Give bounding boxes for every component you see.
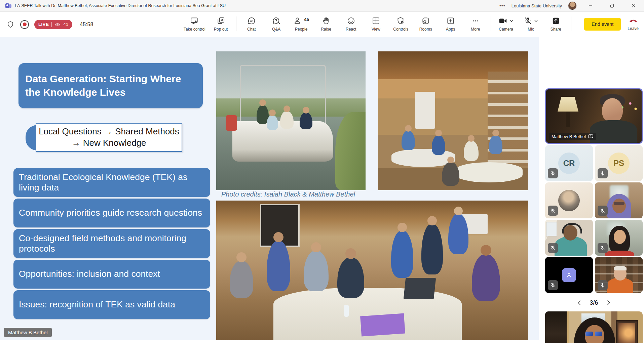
muted-mic-icon: [598, 206, 608, 216]
raise-hand-icon: [322, 16, 331, 25]
active-speaker-tile[interactable]: Matthew B Bethel: [545, 88, 643, 144]
slide-bullet-1: Traditional Ecological Knowledge (TEK) a…: [13, 168, 210, 197]
end-event-button[interactable]: End event: [584, 18, 621, 31]
muted-mic-icon: [548, 168, 558, 178]
maximize-button[interactable]: [604, 0, 620, 11]
avatar-initials: PS: [608, 153, 630, 174]
take-control-icon: [190, 16, 199, 25]
minimize-button[interactable]: [583, 0, 598, 11]
chat-icon: [247, 16, 256, 25]
controls-icon: [396, 16, 405, 25]
mic-chevron-icon[interactable]: [534, 18, 538, 23]
slide-photo-boat-fieldwork: [216, 51, 366, 190]
spotlight-icon: [588, 134, 593, 139]
avatar: [558, 190, 580, 211]
self-view-tile[interactable]: [545, 311, 643, 343]
live-label: LIVE: [38, 22, 49, 27]
window-title: LA-SEER Talk with Dr. Matthew Bethel, As…: [15, 3, 226, 8]
participant-tile-ps[interactable]: PS: [595, 145, 643, 181]
avatar-initials: CR: [558, 153, 580, 174]
leave-button[interactable]: Leave: [626, 13, 641, 34]
slide-bullet-3: Co-designed field methods and monitoring…: [13, 229, 210, 258]
meeting-timer: 45:58: [80, 22, 93, 28]
muted-mic-icon: [598, 168, 608, 178]
participant-tile-cr[interactable]: CR: [545, 145, 593, 181]
slide-photo-workshop-group: [216, 201, 528, 340]
view-button[interactable]: View: [364, 13, 388, 34]
participant-tile-video-3[interactable]: [595, 220, 643, 256]
meeting-stage: Data Generation: Starting Where the Know…: [0, 37, 644, 343]
muted-mic-icon: [598, 280, 608, 290]
teams-window: LA-SEER Talk with Dr. Matthew Bethel, As…: [0, 0, 644, 343]
meeting-toolbar: LIVE 41 45:58 Take control Pop out Chat: [0, 12, 644, 37]
react-button[interactable]: React: [339, 13, 364, 34]
leave-phone-icon: [628, 16, 638, 25]
avatar-placeholder-icon: [562, 268, 576, 282]
chat-button[interactable]: Chat: [239, 13, 264, 34]
take-control-button[interactable]: Take control: [181, 13, 209, 34]
titlebar-more-icon[interactable]: •••: [499, 3, 505, 8]
muted-mic-icon: [548, 206, 558, 216]
slide-bullet-2: Community priorities guide research ques…: [13, 199, 210, 227]
org-name: Louisiana State University: [512, 3, 562, 8]
raise-hand-button[interactable]: Raise: [314, 13, 339, 34]
people-count-badge: 45: [304, 17, 309, 22]
photo-credit-text: Photo credits: Isaiah Black & Matthew Be…: [221, 190, 355, 198]
mic-muted-icon: [524, 16, 532, 25]
controls-button[interactable]: Controls: [388, 13, 413, 34]
shield-icon[interactable]: [6, 20, 15, 29]
apps-button[interactable]: Apps: [438, 13, 463, 34]
more-icon: [471, 16, 480, 25]
viewer-count: 41: [63, 22, 68, 27]
participant-tile-video-2[interactable]: [545, 220, 593, 256]
recording-indicator-icon: [20, 20, 29, 29]
muted-mic-icon: [548, 243, 558, 253]
pop-out-icon: [217, 16, 225, 25]
pop-out-button[interactable]: Pop out: [209, 13, 233, 34]
react-icon: [347, 16, 355, 25]
viewers-eye-icon: [54, 22, 61, 27]
participant-tile-video-4[interactable]: [595, 257, 643, 293]
page-indicator: 3/6: [590, 299, 598, 306]
camera-button[interactable]: Camera: [494, 13, 519, 34]
people-icon: [293, 16, 302, 25]
profile-avatar[interactable]: [568, 1, 577, 10]
share-button[interactable]: Share: [543, 13, 568, 34]
teams-app-icon: [5, 2, 11, 9]
muted-mic-icon: [548, 280, 558, 290]
participants-sidebar: Matthew B Bethel CR PS: [544, 74, 644, 343]
chevron-right-icon[interactable]: [605, 299, 612, 306]
rooms-icon: [421, 16, 430, 25]
chevron-left-icon[interactable]: [575, 299, 583, 306]
qna-button[interactable]: Q&A: [264, 13, 289, 34]
slide-bullet-4: Opportunities: inclusion and context: [13, 260, 210, 289]
slide-bullet-5: Issues: recognition of TEK as valid data: [13, 290, 210, 319]
camera-chevron-icon[interactable]: [509, 18, 514, 23]
apps-icon: [446, 16, 455, 25]
speaker-name-tag: Matthew B Bethel: [549, 133, 596, 140]
share-icon: [552, 16, 560, 25]
slide-photo-community-meeting: [378, 51, 528, 190]
camera-icon: [498, 16, 508, 25]
slide-callout: Local Questions → Shared Methods → New K…: [36, 123, 182, 152]
gallery-pagination: 3/6: [545, 298, 643, 308]
qna-icon: [272, 16, 281, 25]
participant-tile-video-1[interactable]: [595, 182, 643, 218]
live-badge: LIVE 41: [34, 20, 72, 29]
muted-mic-icon: [598, 243, 608, 253]
mic-button[interactable]: Mic: [519, 13, 543, 34]
view-icon: [372, 16, 380, 25]
title-bar: LA-SEER Talk with Dr. Matthew Bethel, As…: [0, 0, 644, 12]
people-button[interactable]: 45 People: [289, 13, 314, 34]
slide-title: Data Generation: Starting Where the Know…: [18, 63, 203, 108]
presenter-name-tag: Matthew B Bethel: [4, 328, 52, 337]
participant-tile-photo-avatar[interactable]: [545, 182, 593, 218]
more-button[interactable]: More: [463, 13, 488, 34]
close-button[interactable]: [626, 0, 641, 11]
shared-slide: Data Generation: Starting Where the Know…: [0, 37, 539, 340]
participant-tile-camera-off[interactable]: [545, 257, 593, 293]
rooms-button[interactable]: Rooms: [413, 13, 438, 34]
